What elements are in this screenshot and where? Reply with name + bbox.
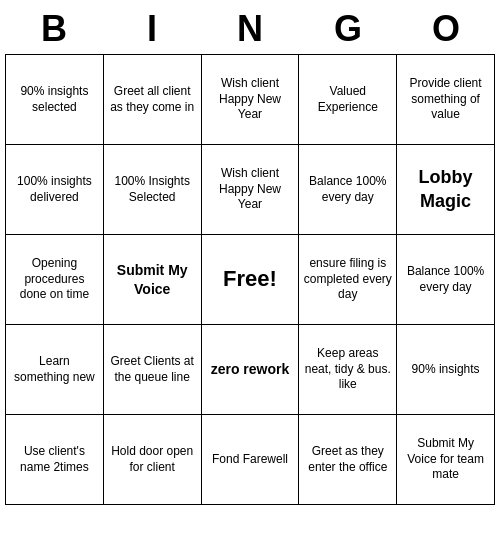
cell-r2-c4: Balance 100% every day bbox=[397, 235, 495, 325]
cell-r2-c3: ensure filing is completed every day bbox=[299, 235, 397, 325]
cell-r2-c0: Opening procedures done on time bbox=[6, 235, 104, 325]
letter-n: N bbox=[205, 8, 295, 50]
cell-r1-c3: Balance 100% every day bbox=[299, 145, 397, 235]
letter-g: G bbox=[303, 8, 393, 50]
cell-r0-c1: Greet all client as they come in bbox=[104, 55, 202, 145]
letter-b: B bbox=[9, 8, 99, 50]
letter-i: I bbox=[107, 8, 197, 50]
cell-r4-c2: Fond Farewell bbox=[202, 415, 300, 505]
cell-r2-c2: Free! bbox=[202, 235, 300, 325]
cell-r0-c3: Valued Experience bbox=[299, 55, 397, 145]
letter-o: O bbox=[401, 8, 491, 50]
cell-r3-c3: Keep areas neat, tidy & bus. like bbox=[299, 325, 397, 415]
bingo-container: B I N G O 90% insights selectedGreet all… bbox=[5, 4, 495, 505]
cell-r1-c1: 100% Insights Selected bbox=[104, 145, 202, 235]
cell-r4-c4: Submit My Voice for team mate bbox=[397, 415, 495, 505]
cell-r3-c2: zero rework bbox=[202, 325, 300, 415]
cell-r1-c0: 100% insights delivered bbox=[6, 145, 104, 235]
bingo-title: B I N G O bbox=[5, 4, 495, 54]
cell-r3-c1: Greet Clients at the queue line bbox=[104, 325, 202, 415]
cell-r2-c1: Submit My Voice bbox=[104, 235, 202, 325]
cell-r3-c0: Learn something new bbox=[6, 325, 104, 415]
cell-r0-c2: Wish client Happy New Year bbox=[202, 55, 300, 145]
cell-r4-c0: Use client's name 2times bbox=[6, 415, 104, 505]
bingo-grid: 90% insights selectedGreet all client as… bbox=[5, 54, 495, 505]
cell-r3-c4: 90% insights bbox=[397, 325, 495, 415]
cell-r1-c2: Wish client Happy New Year bbox=[202, 145, 300, 235]
cell-r1-c4: Lobby Magic bbox=[397, 145, 495, 235]
cell-r4-c1: Hold door open for client bbox=[104, 415, 202, 505]
cell-r0-c4: Provide client something of value bbox=[397, 55, 495, 145]
cell-r4-c3: Greet as they enter the office bbox=[299, 415, 397, 505]
cell-r0-c0: 90% insights selected bbox=[6, 55, 104, 145]
